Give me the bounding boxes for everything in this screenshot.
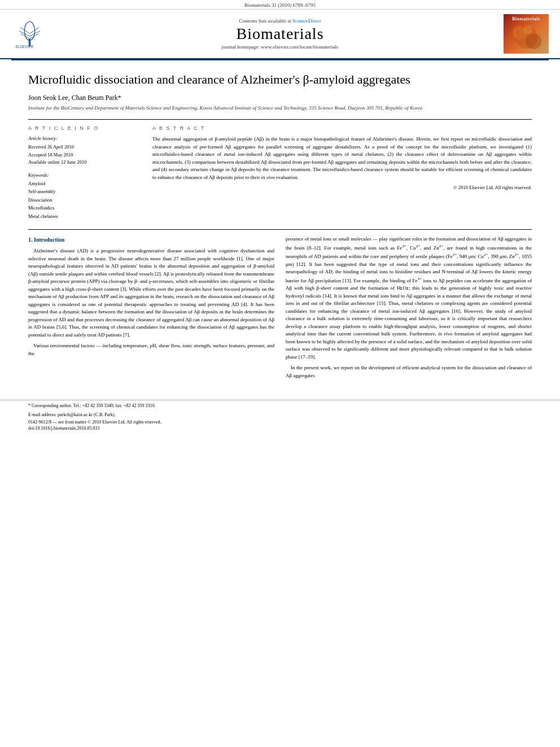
journal-citation-banner: Biomaterials 31 (2010) 6789–6795 bbox=[0, 0, 560, 10]
citation-text: Biomaterials 31 (2010) 6789–6795 bbox=[244, 2, 316, 8]
keywords-list: Amyloid Self-assembly Dissociation Micro… bbox=[28, 180, 141, 220]
history-label: Article history: bbox=[28, 136, 141, 141]
body-right-col: presence of metal ions or small molecule… bbox=[286, 235, 532, 383]
info-abstract-section: A R T I C L E I N F O Article history: R… bbox=[28, 119, 532, 220]
keywords-block: Keywords: Amyloid Self-assembly Dissocia… bbox=[28, 172, 141, 220]
abstract-text: The abnormal aggregation of β-amyloid pe… bbox=[152, 136, 532, 181]
intro-para-4: In the present work, we report on the de… bbox=[286, 364, 532, 379]
doi-line: doi:10.1016/j.biomaterials.2010.05.033 bbox=[28, 426, 532, 431]
body-left-col: 1. Introduction Alzheimer's disease (AD)… bbox=[28, 235, 274, 383]
article-title: Microfluidic dissociation and clearance … bbox=[28, 72, 532, 88]
issn-line: 0142-9612/$ — see front matter © 2010 El… bbox=[28, 420, 532, 425]
authors-line: Joon Seok Lee, Chan Beum Park* bbox=[28, 94, 532, 102]
corresponding-author-note: * Corresponding author. Tel.: +82 42 350… bbox=[28, 403, 532, 409]
contents-line: Contents lists available at ScienceDirec… bbox=[56, 18, 504, 24]
abstract-col: A B S T R A C T The abnormal aggregation… bbox=[152, 125, 532, 220]
intro-para-2: Various environmental factors — includin… bbox=[28, 342, 274, 357]
author-names: Joon Seok Lee, Chan Beum Park* bbox=[28, 94, 121, 102]
affiliation-text: Institute for the BioCentury and Departm… bbox=[28, 104, 532, 112]
intro-para-1: Alzheimer's disease (AD) is a progressiv… bbox=[28, 247, 274, 339]
svg-point-13 bbox=[523, 25, 532, 34]
copyright-line: © 2010 Elsevier Ltd. All rights reserved… bbox=[152, 185, 532, 190]
email-note: E-mail address: parkch@kaist.ac.kr (C.B.… bbox=[28, 412, 532, 418]
svg-text:ELSEVIER: ELSEVIER bbox=[16, 45, 34, 49]
footer-section: * Corresponding author. Tel.: +82 42 350… bbox=[0, 400, 560, 431]
badge-text: Biomaterials bbox=[512, 16, 540, 21]
journal-header: ELSEVIER Contents lists available at Sci… bbox=[0, 10, 560, 59]
main-content: Microfluidic dissociation and clearance … bbox=[0, 60, 560, 394]
journal-header-center: Contents lists available at ScienceDirec… bbox=[56, 18, 504, 50]
homepage-url: journal homepage: www.elsevier.com/locat… bbox=[56, 44, 504, 50]
biomaterials-badge-graphic: Biomaterials bbox=[504, 14, 549, 54]
sciencedirect-link[interactable]: ScienceDirect bbox=[292, 18, 321, 24]
svg-line-2 bbox=[21, 33, 30, 38]
article-info-col: A R T I C L E I N F O Article history: R… bbox=[28, 125, 141, 220]
article-info-label: A R T I C L E I N F O bbox=[28, 125, 141, 131]
keywords-label: Keywords: bbox=[28, 172, 141, 178]
introduction-heading: 1. Introduction bbox=[28, 235, 274, 244]
article-history: Article history: Received 26 April 2010 … bbox=[28, 136, 141, 167]
received-date: Received 26 April 2010 Accepted 18 May 2… bbox=[28, 143, 141, 167]
intro-para-3: presence of metal ions or small molecule… bbox=[286, 235, 532, 361]
elsevier-logo-area: ELSEVIER bbox=[11, 18, 56, 50]
svg-point-12 bbox=[526, 33, 541, 49]
abstract-label: A B S T R A C T bbox=[152, 125, 532, 131]
journal-title: Biomaterials bbox=[56, 25, 504, 43]
elsevier-logo-icon: ELSEVIER bbox=[11, 18, 54, 49]
body-section-divider bbox=[28, 229, 532, 230]
badge-image-icon bbox=[505, 21, 548, 53]
biomaterials-badge: Biomaterials bbox=[504, 14, 549, 54]
body-text-section: 1. Introduction Alzheimer's disease (AD)… bbox=[28, 235, 532, 383]
